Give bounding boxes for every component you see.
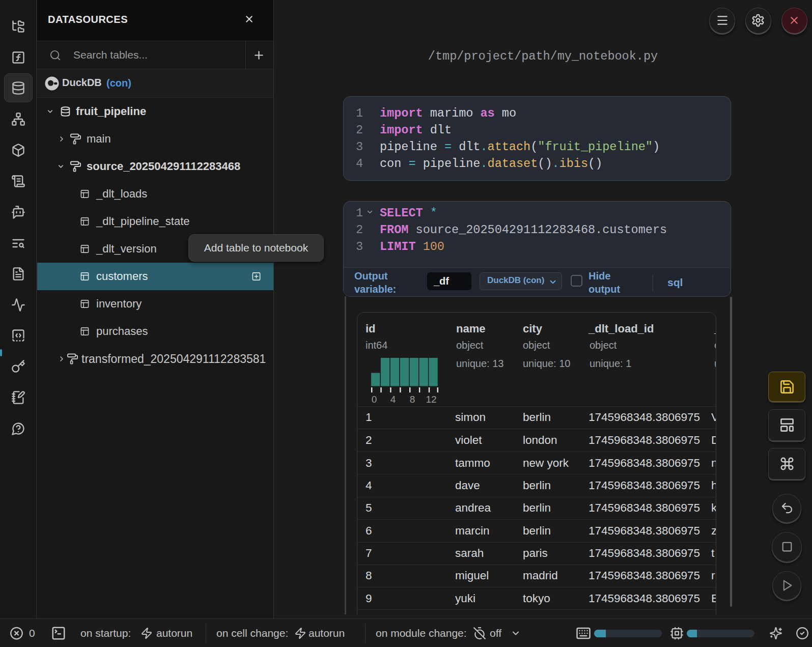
svg-text:0: 0 — [372, 394, 377, 405]
svg-text:8: 8 — [410, 394, 415, 405]
svg-text:4: 4 — [390, 394, 396, 405]
svg-text:12: 12 — [426, 394, 436, 405]
